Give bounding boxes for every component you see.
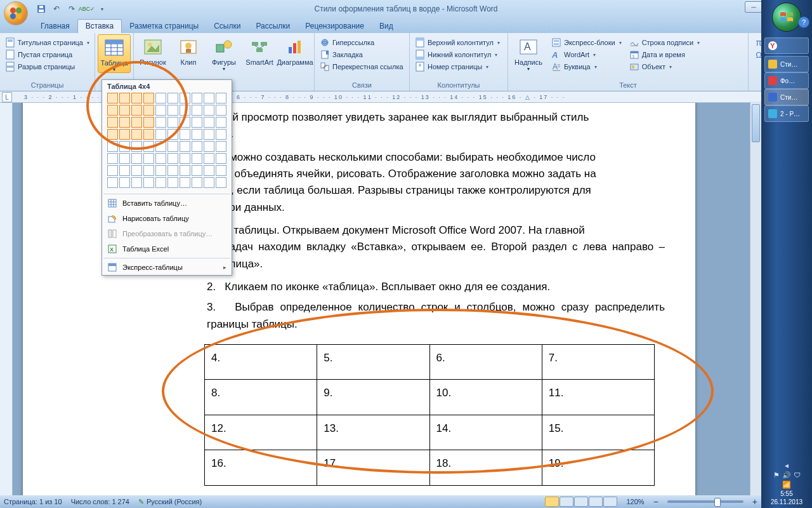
- table-grid-cell[interactable]: [192, 93, 202, 104]
- table-grid-cell[interactable]: [216, 141, 226, 152]
- tray-volume-icon[interactable]: 🔊: [782, 471, 791, 479]
- tab-references[interactable]: Ссылки: [206, 20, 248, 33]
- table-grid-cell[interactable]: [180, 177, 190, 188]
- table-grid-cell[interactable]: [192, 153, 202, 164]
- view-full-screen[interactable]: [560, 497, 573, 507]
- tray-overflow-icon[interactable]: ◂: [785, 461, 789, 470]
- table-grid-cell[interactable]: [131, 129, 142, 140]
- table-grid-cell[interactable]: [131, 93, 142, 104]
- smartart-button[interactable]: SmartArt: [243, 34, 276, 81]
- bookmark-button[interactable]: Закладка: [317, 49, 407, 60]
- table-grid-cell[interactable]: [180, 141, 190, 152]
- table-grid-cell[interactable]: [204, 105, 214, 116]
- table-grid-cell[interactable]: [155, 129, 166, 140]
- tray-network-icon[interactable]: 🛡: [794, 471, 801, 479]
- picture-button[interactable]: Рисунок: [136, 34, 169, 81]
- zoom-out-button[interactable]: −: [653, 497, 658, 507]
- status-language[interactable]: ✎Русский (Россия): [138, 498, 202, 506]
- table-grid-cell[interactable]: [180, 165, 190, 176]
- page-number-button[interactable]: #Номер страницы▾: [412, 61, 505, 72]
- table-grid-cell[interactable]: [180, 105, 190, 116]
- footer-button[interactable]: Нижний колонтитул▾: [412, 49, 505, 60]
- office-button[interactable]: [4, 1, 28, 25]
- tab-view[interactable]: Вид: [372, 20, 401, 33]
- table-grid-cell[interactable]: [216, 117, 226, 128]
- zoom-slider[interactable]: [667, 500, 743, 503]
- datetime-button[interactable]: 5Дата и время: [627, 49, 702, 60]
- page-break-button[interactable]: Разрыв страницы: [3, 61, 92, 72]
- table-grid-cell[interactable]: [143, 141, 154, 152]
- table-size-grid[interactable]: [102, 91, 232, 192]
- excel-table-item[interactable]: XТаблица Excel: [102, 241, 232, 257]
- table-grid-cell[interactable]: [216, 129, 226, 140]
- table-grid-cell[interactable]: [119, 117, 130, 128]
- document-table[interactable]: 4.5.6.7. 8.9.10.11. 12.13.14.15. 16.17.1…: [204, 344, 655, 485]
- table-grid-cell[interactable]: [119, 141, 130, 152]
- table-grid-cell[interactable]: [131, 141, 142, 152]
- tab-mailings[interactable]: Рассылки: [248, 20, 298, 33]
- clipart-button[interactable]: Клип: [172, 34, 205, 81]
- table-grid-cell[interactable]: [143, 165, 154, 176]
- table-grid-cell[interactable]: [155, 141, 166, 152]
- table-grid-cell[interactable]: [167, 153, 178, 164]
- tab-review[interactable]: Рецензирование: [298, 20, 372, 33]
- table-grid-cell[interactable]: [119, 105, 130, 116]
- tab-page-layout[interactable]: Разметка страницы: [122, 20, 206, 33]
- table-grid-cell[interactable]: [155, 177, 166, 188]
- table-grid-cell[interactable]: [216, 177, 226, 188]
- table-grid-cell[interactable]: [107, 153, 118, 164]
- object-button[interactable]: Объект▾: [627, 61, 702, 72]
- minimize-button[interactable]: ─: [745, 1, 763, 13]
- tab-home[interactable]: Главная: [33, 20, 77, 33]
- view-outline[interactable]: [589, 497, 603, 507]
- table-grid-cell[interactable]: [180, 117, 190, 128]
- table-grid-cell[interactable]: [167, 117, 178, 128]
- table-grid-cell[interactable]: [204, 141, 214, 152]
- table-button[interactable]: Таблица ▾: [98, 34, 131, 73]
- table-grid-cell[interactable]: [216, 105, 226, 116]
- table-grid-cell[interactable]: [192, 141, 202, 152]
- tab-insert[interactable]: Вставка: [77, 19, 122, 33]
- table-grid-cell[interactable]: [155, 117, 166, 128]
- table-grid-cell[interactable]: [192, 117, 202, 128]
- status-word-count[interactable]: Число слов: 1 274: [71, 498, 129, 505]
- table-grid-cell[interactable]: [143, 105, 154, 116]
- table-grid-cell[interactable]: [216, 165, 226, 176]
- table-grid-cell[interactable]: [167, 177, 178, 188]
- dropcap-button[interactable]: AБуквица▾: [549, 61, 624, 72]
- table-grid-cell[interactable]: [216, 153, 226, 164]
- blank-page-button[interactable]: Пустая страница: [3, 49, 92, 60]
- view-print-layout[interactable]: [545, 497, 559, 507]
- vertical-ruler[interactable]: [0, 103, 13, 495]
- table-grid-cell[interactable]: [107, 117, 118, 128]
- wordart-button[interactable]: AWordArt▾: [549, 49, 624, 60]
- table-grid-cell[interactable]: [192, 105, 202, 116]
- table-grid-cell[interactable]: [119, 93, 130, 104]
- chart-button[interactable]: Диаграмма: [278, 34, 311, 81]
- table-grid-cell[interactable]: [192, 177, 202, 188]
- table-grid-cell[interactable]: [107, 141, 118, 152]
- table-grid-cell[interactable]: [204, 177, 214, 188]
- table-grid-cell[interactable]: [107, 177, 118, 188]
- table-grid-cell[interactable]: [204, 93, 214, 104]
- cover-page-button[interactable]: Титульная страница▾: [3, 37, 92, 48]
- table-grid-cell[interactable]: [180, 153, 190, 164]
- view-draft[interactable]: [603, 497, 617, 507]
- zoom-in-button[interactable]: +: [752, 497, 757, 507]
- table-grid-cell[interactable]: [192, 165, 202, 176]
- table-grid-cell[interactable]: [119, 165, 130, 176]
- signature-line-button[interactable]: Строка подписи▾: [627, 37, 702, 48]
- table-grid-cell[interactable]: [143, 93, 154, 104]
- scrollbar-thumb[interactable]: [752, 104, 760, 142]
- table-grid-cell[interactable]: [180, 93, 190, 104]
- table-grid-cell[interactable]: [131, 117, 142, 128]
- table-grid-cell[interactable]: [204, 165, 214, 176]
- hyperlink-button[interactable]: Гиперссылка: [317, 37, 407, 48]
- taskbar-item[interactable]: Сти…: [764, 56, 809, 72]
- table-grid-cell[interactable]: [107, 105, 118, 116]
- tray-flag-icon[interactable]: ⚑: [773, 471, 780, 479]
- taskbar-item[interactable]: Фо…: [764, 72, 809, 89]
- table-grid-cell[interactable]: [204, 117, 214, 128]
- table-grid-cell[interactable]: [192, 129, 202, 140]
- quick-tables-item[interactable]: Экспресс-таблицы▸: [102, 260, 232, 275]
